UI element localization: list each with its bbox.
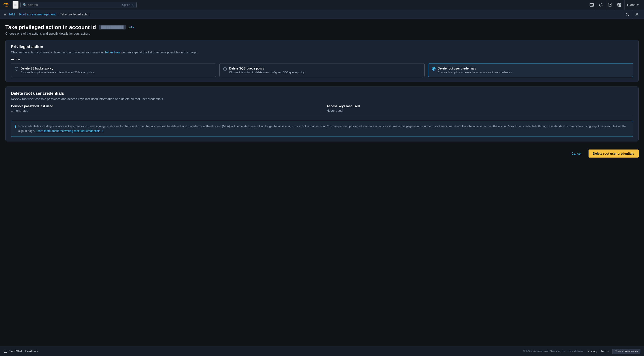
apps-grid-icon[interactable]: ⊞ [12, 1, 18, 9]
option-sqs-desc: Choose this option to delete a misconfig… [229, 71, 305, 74]
option-root-desc: Choose this option to delete the account… [438, 71, 513, 74]
svg-rect-9 [4, 350, 7, 353]
credentials-grid: Console password last used 1 month ago A… [11, 104, 633, 116]
console-password-label: Console password last used [11, 104, 318, 108]
access-keys-value: Never used [326, 109, 633, 112]
option-s3-text: Delete S3 bucket policy Choose this opti… [20, 67, 94, 74]
page-header: Take privileged action in account id ███… [5, 24, 639, 35]
radio-root [432, 67, 436, 71]
chevron-down-icon: ▾ [637, 3, 639, 7]
footer: CloudShell Feedback © 2025, Amazon Web S… [0, 346, 644, 356]
info-circle-icon: ℹ [15, 124, 16, 128]
help-icon[interactable] [606, 0, 614, 10]
footer-left: CloudShell Feedback [4, 350, 38, 353]
privileged-action-subtitle-text: Choose the action you want to take using… [11, 50, 104, 54]
delete-credentials-subtitle: Review root user console password and ac… [11, 97, 633, 101]
learn-more-link[interactable]: Learn more about recovering root user cr… [36, 129, 104, 132]
top-navigation: ⊞ 🔍 [Option+S] [0, 0, 644, 10]
privileged-action-card: Privileged action Choose the action you … [5, 40, 639, 82]
action-buttons-row: Cancel Delete root user credentials [5, 146, 639, 161]
access-keys-col: Access keys last used Never used [322, 104, 633, 112]
console-password-col: Console password last used 1 month ago [11, 104, 322, 112]
search-input[interactable] [28, 3, 120, 7]
cookie-preferences-button[interactable]: Cookie preferences [612, 349, 640, 354]
global-region-selector[interactable]: Global ▾ [624, 0, 641, 10]
info-link[interactable]: Info [128, 25, 134, 29]
nav-icons: Global ▾ [588, 0, 641, 10]
action-label: Action [11, 58, 633, 61]
account-id-badge: ████████████ [99, 25, 126, 29]
option-delete-s3[interactable]: Delete S3 bucket policy Choose this opti… [11, 63, 216, 77]
breadcrumb-bar: ☰ IAM › Root access management › Take pr… [0, 10, 644, 19]
global-label: Global [627, 3, 636, 7]
svg-rect-0 [590, 3, 594, 6]
radio-dot [433, 68, 435, 70]
page-title-row: Take privileged action in account id ███… [5, 24, 639, 30]
breadcrumb-menu-icon[interactable]: ☰ [4, 12, 6, 16]
svg-point-3 [610, 5, 610, 6]
option-root-text: Delete root user credentials Choose this… [438, 67, 513, 74]
access-keys-label: Access keys last used [326, 104, 633, 108]
page-title: Take privileged action in account id [5, 24, 96, 30]
terms-link[interactable]: Terms [601, 350, 609, 353]
svg-point-4 [618, 4, 620, 5]
option-s3-title: Delete S3 bucket policy [20, 67, 94, 70]
privacy-link[interactable]: Privacy [588, 350, 597, 353]
breadcrumb-separator-2: › [58, 13, 58, 16]
info-box-text: Root credentials including root access k… [18, 124, 629, 133]
cloudshell-button[interactable]: CloudShell [4, 350, 22, 353]
notification-bell-icon[interactable] [597, 0, 605, 10]
svg-point-7 [628, 15, 628, 15]
tell-us-how-link[interactable]: Tell us how [104, 50, 120, 54]
footer-right: © 2025, Amazon Web Services, Inc. or its… [523, 349, 640, 354]
option-root-title: Delete root user credentials [438, 67, 513, 70]
breadcrumb-iam-link[interactable]: IAM [9, 12, 15, 16]
option-sqs-text: Delete SQS queue policy Choose this opti… [229, 67, 305, 74]
user-settings-icon[interactable] [633, 10, 640, 19]
aws-logo[interactable] [3, 2, 11, 7]
cancel-button[interactable]: Cancel [568, 150, 585, 157]
feedback-button[interactable]: Feedback [25, 350, 38, 353]
breadcrumb-current: Take privileged action [60, 12, 90, 16]
page-subtitle: Choose one of the actions and specify de… [5, 32, 639, 35]
breadcrumb-root-access-link[interactable]: Root access management [19, 12, 56, 16]
option-delete-sqs[interactable]: Delete SQS queue policy Choose this opti… [220, 63, 424, 77]
info-panel-icon[interactable] [624, 10, 631, 19]
main-content: Take privileged action in account id ███… [0, 19, 644, 346]
settings-gear-icon[interactable] [615, 0, 624, 10]
option-s3-desc: Choose this option to delete a misconfig… [20, 71, 94, 74]
option-sqs-title: Delete SQS queue policy [229, 67, 305, 70]
delete-credentials-card: Delete root user credentials Review root… [5, 86, 639, 141]
breadcrumb-right [624, 10, 640, 19]
info-box: ℹ Root credentials including root access… [11, 121, 633, 137]
footer-copyright: © 2025, Amazon Web Services, Inc. or its… [523, 350, 584, 353]
option-delete-root[interactable]: Delete root user credentials Choose this… [428, 63, 633, 77]
cloudshell-label: CloudShell [8, 350, 22, 353]
console-password-value: 1 month ago [11, 109, 318, 112]
search-icon: 🔍 [23, 3, 26, 7]
privileged-action-title: Privileged action [11, 44, 633, 49]
svg-point-8 [636, 13, 637, 14]
delete-credentials-button[interactable]: Delete root user credentials [588, 149, 639, 158]
delete-credentials-title: Delete root user credentials [11, 91, 633, 96]
terminal-icon[interactable] [588, 0, 596, 10]
privileged-action-subtitle: Choose the action you want to take using… [11, 50, 633, 54]
privileged-action-subtitle-suffix: we can expand the list of actions possib… [121, 50, 198, 54]
breadcrumb-separator-1: › [16, 13, 18, 16]
radio-s3 [15, 67, 18, 71]
search-bar[interactable]: 🔍 [Option+S] [20, 2, 137, 8]
action-options: Delete S3 bucket policy Choose this opti… [11, 63, 633, 77]
search-shortcut: [Option+S] [122, 3, 134, 6]
radio-sqs [223, 67, 227, 71]
